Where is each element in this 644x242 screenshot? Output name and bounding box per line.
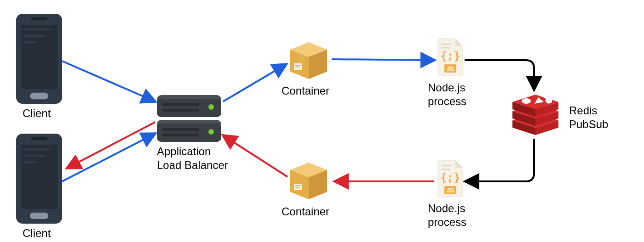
load-balancer	[157, 95, 221, 142]
container-top	[288, 40, 329, 81]
svg-rect-17	[162, 134, 199, 136]
nodejs-top-label-line2: process	[428, 95, 466, 108]
client-bottom-label: Client	[23, 226, 51, 240]
svg-text:{;}: {;}	[440, 171, 460, 184]
phone-icon	[16, 14, 62, 104]
redis-label-line2: PubSub	[569, 118, 608, 131]
svg-point-13	[208, 104, 214, 110]
svg-rect-16	[162, 128, 199, 131]
svg-point-18	[208, 129, 214, 135]
svg-rect-1	[21, 25, 58, 89]
javascript-file-icon: {;} JS	[436, 158, 465, 199]
svg-rect-2	[31, 17, 47, 20]
alb-label-line1: Application	[157, 145, 211, 158]
server-stack-icon	[157, 95, 221, 142]
nodejs-process-bottom: {;} JS	[436, 158, 465, 199]
javascript-file-icon: {;} JS	[436, 37, 465, 77]
arrow-redis-to-node-bottom	[466, 139, 534, 181]
arrow-client-top-to-alb	[62, 61, 155, 101]
client-phone-top	[16, 14, 62, 104]
client-top-label: Client	[23, 107, 51, 120]
nodejs-process-top: {;} JS	[436, 37, 465, 77]
container-bottom	[288, 161, 329, 201]
svg-text:{;}: {;}	[440, 50, 460, 62]
svg-rect-3	[30, 93, 48, 99]
arrow-container-bottom-to-alb	[223, 135, 288, 177]
nodejs-bottom-label-line2: process	[428, 215, 466, 229]
arrow-container-top-to-node-top	[332, 59, 434, 60]
nodejs-top-label-line1: Node.js	[428, 81, 465, 95]
container-top-label: Container	[282, 84, 329, 98]
svg-rect-12	[162, 109, 199, 112]
alb-label-line2: Load Balancer	[157, 158, 228, 172]
redis-pubsub	[510, 91, 561, 137]
phone-icon	[16, 134, 62, 224]
arrow-node-top-to-redis	[465, 60, 534, 90]
svg-text:JS: JS	[447, 187, 454, 194]
arrow-client-bottom-to-alb	[62, 134, 155, 181]
svg-point-50	[522, 98, 531, 104]
svg-rect-6	[21, 145, 58, 209]
svg-text:JS: JS	[447, 65, 454, 72]
arrow-alb-to-container-top	[223, 64, 286, 101]
svg-rect-8	[30, 213, 48, 219]
arrow-alb-to-client-bottom	[67, 122, 155, 168]
nodejs-bottom-label-line1: Node.js	[428, 202, 465, 215]
client-phone-bottom	[16, 134, 62, 224]
container-bottom-label: Container	[282, 205, 329, 219]
redis-icon	[510, 91, 561, 137]
svg-rect-11	[162, 103, 199, 106]
package-box-icon	[288, 161, 329, 201]
svg-rect-7	[31, 137, 47, 140]
package-box-icon	[288, 40, 329, 81]
redis-label-line1: Redis	[569, 104, 597, 118]
